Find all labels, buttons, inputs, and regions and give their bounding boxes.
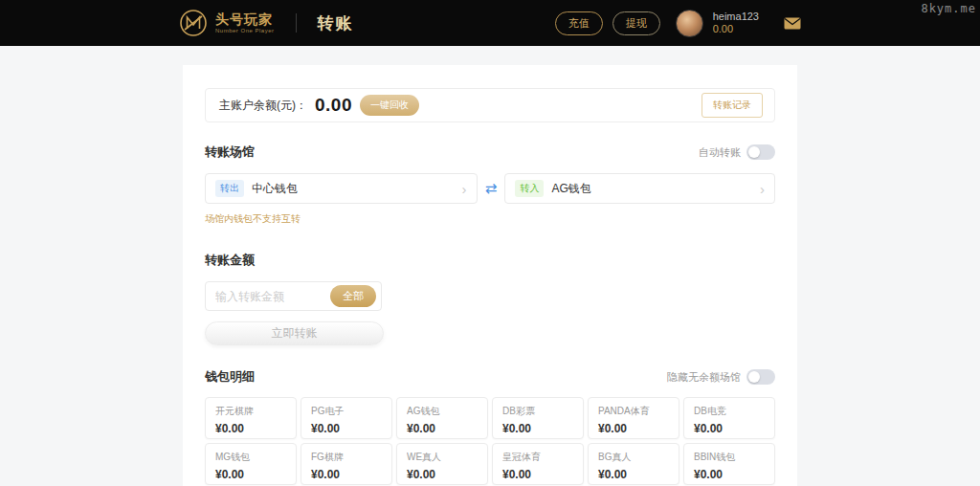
hide-empty-label: 隐藏无余额场馆 bbox=[667, 370, 741, 385]
wallet-name: WE真人 bbox=[407, 451, 478, 464]
wallet-name: AG钱包 bbox=[407, 405, 478, 418]
toggle-knob bbox=[748, 146, 760, 158]
wallet-value: ¥0.00 bbox=[215, 422, 286, 435]
main-balance-amount: 0.00 bbox=[315, 95, 352, 116]
top-header: 头号玩家 Number One Player 转账 充值 提现 heima123… bbox=[0, 0, 980, 46]
brand-text: 头号玩家 Number One Player bbox=[215, 12, 275, 34]
all-amount-button[interactable]: 全部 bbox=[330, 285, 376, 307]
header-divider bbox=[296, 13, 297, 33]
transfer-to-select[interactable]: 转入 AG钱包 › bbox=[504, 173, 775, 204]
wallet-card[interactable]: 皇冠体育¥0.00 bbox=[492, 443, 584, 485]
site-watermark: 8kym.me bbox=[921, 2, 976, 15]
wallet-name: DB彩票 bbox=[502, 405, 573, 418]
wallet-card[interactable]: DB电竞¥0.00 bbox=[683, 397, 775, 439]
wallet-card[interactable]: BG真人¥0.00 bbox=[588, 443, 679, 485]
wallet-value: ¥0.00 bbox=[598, 468, 669, 481]
wallet-value: ¥0.00 bbox=[311, 468, 382, 481]
venue-section-title: 转账场馆 bbox=[205, 144, 255, 161]
brand-subtitle: Number One Player bbox=[215, 27, 275, 34]
transfer-panel: 主账户余额(元)： 0.00 一键回收 转账记录 转账场馆 自动转账 转出 中心… bbox=[183, 65, 797, 486]
brand-logo-icon bbox=[179, 9, 208, 37]
toggle-knob bbox=[748, 371, 760, 383]
wallet-value: ¥0.00 bbox=[694, 468, 765, 481]
wallet-card[interactable]: BBIN钱包¥0.00 bbox=[683, 443, 775, 485]
swap-icon[interactable]: ⇄ bbox=[478, 180, 505, 197]
wallet-name: MG钱包 bbox=[215, 451, 286, 464]
header-balance: 0.00 bbox=[713, 23, 759, 35]
wallet-grid: 开元棋牌¥0.00 PG电子¥0.00 AG钱包¥0.00 DB彩票¥0.00 … bbox=[205, 397, 775, 486]
from-badge: 转出 bbox=[215, 180, 244, 197]
amount-input-wrap: 全部 bbox=[205, 281, 382, 311]
wallet-name: FG棋牌 bbox=[311, 451, 382, 464]
wallet-name: PANDA体育 bbox=[598, 405, 669, 418]
brand-name: 头号玩家 bbox=[215, 12, 275, 27]
wallet-card[interactable]: DB彩票¥0.00 bbox=[492, 397, 584, 439]
wallet-value: ¥0.00 bbox=[311, 422, 382, 435]
wallet-name: BBIN钱包 bbox=[694, 451, 765, 464]
wallet-value: ¥0.00 bbox=[694, 422, 765, 435]
one-click-recycle-button[interactable]: 一键回收 bbox=[360, 95, 419, 116]
chevron-right-icon: › bbox=[462, 182, 467, 196]
wallet-name: BG真人 bbox=[598, 451, 669, 464]
wallet-card[interactable]: AG钱包¥0.00 bbox=[396, 397, 488, 439]
wallet-value: ¥0.00 bbox=[407, 468, 478, 481]
submit-transfer-button[interactable]: 立即转账 bbox=[205, 321, 384, 345]
transfer-from-select[interactable]: 转出 中心钱包 › bbox=[205, 173, 478, 204]
transfer-records-button[interactable]: 转账记录 bbox=[702, 93, 763, 118]
wallet-value: ¥0.00 bbox=[502, 468, 573, 481]
main-balance-label: 主账户余额(元)： bbox=[219, 98, 307, 114]
wallet-card[interactable]: 开元棋牌¥0.00 bbox=[205, 397, 297, 439]
wallet-card[interactable]: FG棋牌¥0.00 bbox=[301, 443, 392, 485]
wallet-section-title: 钱包明细 bbox=[205, 368, 255, 386]
hide-empty-toggle[interactable] bbox=[746, 369, 775, 385]
from-value: 中心钱包 bbox=[252, 181, 462, 197]
auto-transfer-toggle[interactable] bbox=[746, 144, 775, 160]
avatar[interactable] bbox=[676, 10, 703, 37]
wallet-card[interactable]: PANDA体育¥0.00 bbox=[588, 397, 679, 439]
chevron-right-icon: › bbox=[760, 182, 765, 196]
wallet-value: ¥0.00 bbox=[215, 468, 286, 481]
amount-input[interactable] bbox=[215, 290, 330, 303]
auto-transfer-label: 自动转账 bbox=[699, 145, 741, 160]
wallet-value: ¥0.00 bbox=[407, 422, 478, 435]
username: heima123 bbox=[713, 11, 759, 23]
wallet-name: PG电子 bbox=[311, 405, 382, 418]
balance-bar: 主账户余额(元)： 0.00 一键回收 转账记录 bbox=[205, 88, 775, 122]
wallet-name: 开元棋牌 bbox=[215, 405, 286, 418]
mail-icon[interactable] bbox=[784, 17, 801, 30]
deposit-button[interactable]: 充值 bbox=[555, 11, 603, 35]
wallet-card[interactable]: MG钱包¥0.00 bbox=[205, 443, 297, 485]
withdraw-button[interactable]: 提现 bbox=[612, 11, 660, 35]
wallet-card[interactable]: PG电子¥0.00 bbox=[301, 397, 392, 439]
to-value: AG钱包 bbox=[551, 181, 760, 197]
wallet-name: 皇冠体育 bbox=[502, 451, 573, 464]
user-meta: heima123 0.00 bbox=[713, 11, 759, 35]
wallet-card[interactable]: WE真人¥0.00 bbox=[396, 443, 488, 485]
to-badge: 转入 bbox=[515, 180, 544, 197]
wallet-name: DB电竞 bbox=[694, 405, 765, 418]
venue-note: 场馆内钱包不支持互转 bbox=[205, 212, 775, 226]
wallet-value: ¥0.00 bbox=[502, 422, 573, 435]
wallet-value: ¥0.00 bbox=[598, 422, 669, 435]
page-title: 转账 bbox=[318, 12, 354, 34]
amount-section-title: 转账金额 bbox=[205, 252, 775, 269]
